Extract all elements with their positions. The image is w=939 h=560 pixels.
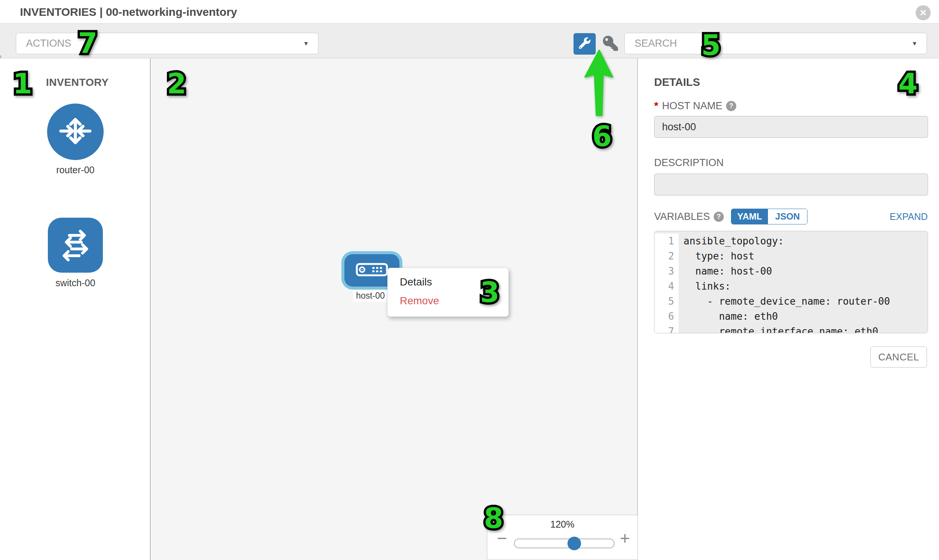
inventory-sidebar: INVENTORY router-00	[0, 58, 151, 560]
zoom-control: 120% − +	[487, 515, 638, 560]
toolbar: ACTIONS ▼ SEARCH ▼	[0, 23, 939, 58]
line-number: 7	[655, 324, 678, 333]
editor-line: 3 name: host-00	[655, 264, 928, 279]
sidebar-item-label: switch-00	[26, 278, 124, 288]
host-name-label: HOST NAME	[662, 100, 722, 112]
description-label: DESCRIPTION	[654, 157, 724, 169]
search-dropdown[interactable]: SEARCH ▼	[624, 33, 927, 54]
toggle-yaml-button[interactable]: YAML	[731, 209, 768, 224]
zoom-slider-thumb[interactable]	[567, 537, 581, 550]
editor-line: 4 links:	[655, 279, 928, 294]
sidebar-heading: INVENTORY	[46, 77, 108, 89]
zoom-level-value: 120%	[487, 519, 638, 530]
switch-icon	[57, 226, 94, 265]
menu-item-remove[interactable]: Remove	[388, 291, 508, 310]
expand-link[interactable]: EXPAND	[890, 211, 928, 222]
sidebar-item-router[interactable]	[47, 103, 103, 160]
editor-line: 6 name: eth0	[655, 309, 928, 324]
inventory-topology-app: INVENTORIES | 00-networking-inventory ✕ …	[0, 0, 939, 560]
actions-dropdown-label: ACTIONS	[26, 38, 71, 49]
help-icon[interactable]: ?	[714, 212, 724, 222]
line-code: - remote_device_name: router-00	[678, 294, 928, 309]
sidebar-item-label: router-00	[26, 165, 124, 175]
description-label-row: DESCRIPTION	[654, 157, 724, 169]
key-credentials-button[interactable]	[601, 34, 620, 54]
key-icon	[603, 36, 618, 52]
required-marker: *	[654, 100, 658, 112]
host-name-label-row: * HOST NAME ?	[654, 100, 736, 112]
configure-topology-button[interactable]	[574, 33, 596, 55]
actions-dropdown[interactable]: ACTIONS ▼	[16, 33, 318, 54]
close-icon[interactable]: ✕	[916, 5, 931, 20]
line-number: 5	[655, 294, 678, 309]
editor-line: 2 type: host	[655, 249, 928, 264]
editor-line: 7 remote_interface_name: eth0	[655, 324, 928, 333]
zoom-out-button[interactable]: −	[497, 529, 507, 547]
line-code: remote_interface_name: eth0	[678, 324, 928, 333]
sidebar-item-switch[interactable]	[48, 218, 103, 273]
line-code: links:	[678, 279, 928, 294]
chevron-down-icon: ▼	[303, 40, 309, 47]
host-icon	[356, 263, 388, 278]
header: INVENTORIES | 00-networking-inventory ✕	[0, 0, 939, 23]
variables-label-row: VARIABLES ?	[654, 211, 724, 223]
topology-canvas[interactable]: host-00 Details Remove 120% − +	[151, 58, 638, 560]
variables-code-editor[interactable]: 1 ansible_topology: 2 type: host 3 name:…	[654, 231, 928, 333]
variables-format-toggle: YAML JSON	[731, 209, 808, 225]
variables-label: VARIABLES	[654, 211, 710, 223]
zoom-in-button[interactable]: +	[620, 529, 630, 547]
zoom-slider-track[interactable]	[514, 538, 615, 548]
line-number: 6	[655, 309, 678, 324]
description-input[interactable]	[654, 174, 928, 195]
line-code: name: eth0	[678, 309, 928, 324]
search-dropdown-label: SEARCH	[635, 38, 677, 49]
help-icon[interactable]: ?	[726, 101, 736, 111]
menu-item-details[interactable]: Details	[388, 273, 508, 291]
host-name-input[interactable]	[654, 116, 928, 138]
line-code: name: host-00	[678, 264, 928, 279]
line-number: 3	[655, 264, 678, 279]
line-code: ansible_topology:	[678, 234, 928, 249]
toggle-json-button[interactable]: JSON	[768, 209, 807, 224]
editor-line: 1 ansible_topology:	[655, 234, 928, 249]
wrench-icon	[579, 37, 591, 51]
line-number: 4	[655, 279, 678, 294]
chevron-down-icon: ▼	[911, 40, 917, 47]
details-heading: DETAILS	[654, 76, 700, 89]
line-code: type: host	[678, 249, 928, 264]
page-title: INVENTORIES | 00-networking-inventory	[20, 6, 237, 18]
router-icon	[57, 113, 94, 151]
host-node-label: host-00	[353, 290, 387, 302]
cancel-button[interactable]: CANCEL	[870, 346, 927, 368]
node-context-menu: Details Remove	[387, 268, 509, 317]
editor-line: 5 - remote_device_name: router-00	[655, 294, 928, 309]
line-number: 2	[655, 249, 678, 264]
details-panel: DETAILS * HOST NAME ? DESCRIPTION VARIAB…	[639, 58, 939, 560]
line-number: 1	[655, 234, 678, 249]
